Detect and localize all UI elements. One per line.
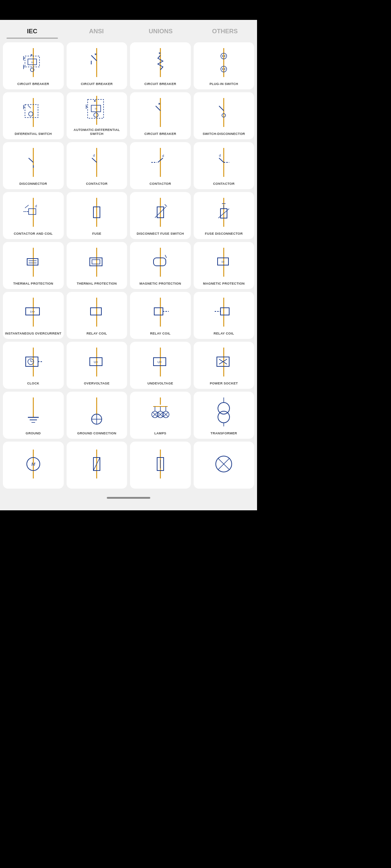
label-differential-switch: DIFERENTIAL SWITCH (14, 132, 52, 136)
card-auto-diff-switch[interactable]: I> AUTOMATIC-DIFFERENTIAL SWITCH (67, 92, 127, 139)
card-contactor-3[interactable]: d CONTACTOR (194, 142, 255, 189)
card-power-socket[interactable]: POWER SOCKET (194, 342, 255, 389)
label-contactor-coil: CONTACTOR AND COIL (14, 232, 53, 236)
icon-disconnector (4, 145, 62, 180)
tab-ansi[interactable]: ANSI (64, 24, 129, 39)
card-circuit-breaker-4[interactable]: CIRCUIT BREAKER (130, 92, 191, 139)
tab-iec[interactable]: IEC (0, 24, 64, 39)
tab-bar: IEC ANSI UNIONS OTHERS (0, 20, 257, 39)
icon-disconnect-fuse-switch (131, 195, 189, 230)
label-thermal-protection-1: THERMAL PROTECTION (13, 282, 53, 286)
svg-line-60 (219, 158, 224, 162)
svg-text:d: d (219, 154, 221, 157)
card-fuse-bottom[interactable] (130, 442, 191, 489)
icon-varistor (68, 444, 126, 484)
card-plugin-switch[interactable]: PLUG-IN SWITCH (194, 42, 255, 89)
icon-magnetic-protection-2: I> (195, 245, 253, 280)
icon-thermal-protection-1 (4, 245, 62, 280)
label-overvoltage: OVERVOLTAGE (84, 382, 110, 386)
svg-text:d: d (35, 204, 37, 208)
label-lamps: LAMPS (154, 431, 166, 436)
svg-rect-27 (25, 105, 38, 118)
card-clock[interactable]: CLOCK (3, 342, 64, 389)
card-contactor-2[interactable]: d CONTACTOR (130, 142, 191, 189)
card-circuit-breaker-3[interactable]: CIRCUIT BREAKER (130, 42, 191, 89)
svg-text:I>: I> (222, 260, 224, 264)
icon-lamp-x (195, 444, 253, 484)
icon-circuit-breaker-1: I> (4, 45, 62, 80)
card-differential-switch[interactable]: DIFERENTIAL SWITCH (3, 92, 64, 139)
label-relay-coil-2: RELAY COIL (150, 332, 171, 336)
card-relay-coil-2[interactable]: RELAY COIL (130, 292, 191, 339)
main-content: IEC ANSI UNIONS OTHERS I> (0, 20, 257, 510)
svg-line-66 (25, 205, 29, 208)
label-transformer: TRANSFORMER (211, 431, 237, 436)
card-relay-coil-3[interactable]: RELAY COIL (194, 292, 255, 339)
card-varistor[interactable] (67, 442, 127, 489)
card-disconnect-fuse-switch[interactable]: DISCONNECT FUSE SWITCH (130, 192, 191, 239)
icon-plugin-switch (195, 45, 253, 80)
svg-point-38 (94, 113, 98, 117)
svg-rect-79 (27, 259, 38, 265)
label-relay-coil-3: RELAY COIL (214, 332, 234, 336)
svg-rect-95 (91, 308, 101, 315)
card-transformer[interactable]: TRANSFORMER (194, 392, 255, 439)
label-disconnect-fuse-switch: DISCONNECT FUSE SWITCH (136, 232, 184, 236)
label-magnetic-protection-2: MAGNETIC PROTECTION (203, 282, 245, 286)
svg-text:d: d (93, 154, 95, 157)
card-undevoltage[interactable]: U< UNDEVOLTAGE (130, 342, 191, 389)
svg-text:d: d (162, 154, 164, 158)
card-circuit-breaker-2[interactable]: CIRCUIT BREAKER (67, 42, 127, 89)
card-ground[interactable]: GROUND (3, 392, 64, 439)
card-contactor-1[interactable]: d CONTACTOR (67, 142, 127, 189)
card-fuse-disconnector[interactable]: FUSE DISCONNECTOR (194, 192, 255, 239)
icon-ground (4, 395, 62, 429)
label-circuit-breaker-3: CIRCUIT BREAKER (144, 82, 176, 86)
card-contactor-coil[interactable]: d CONTACTOR AND COIL (3, 192, 64, 239)
icon-contactor-1: d (68, 145, 126, 180)
icon-clock (4, 345, 62, 379)
svg-line-31 (28, 105, 31, 108)
card-lamps[interactable]: LAMPS (130, 392, 191, 439)
svg-rect-64 (29, 209, 36, 214)
icon-fuse-bottom (131, 444, 189, 484)
label-contactor-1: CONTACTOR (86, 182, 108, 186)
label-contactor-2: CONTACTOR (150, 182, 171, 186)
card-fuse[interactable]: FUSE (67, 192, 127, 239)
icon-relay-coil-3 (195, 295, 253, 329)
svg-line-72 (165, 204, 167, 207)
label-ground: GROUND (26, 431, 41, 436)
label-thermal-protection-2: THERMAL PROTECTION (77, 282, 117, 286)
card-lamp-x[interactable] (194, 442, 255, 489)
label-undevoltage: UNDEVOLTAGE (147, 382, 173, 386)
tab-unions[interactable]: UNIONS (129, 24, 193, 39)
card-thermal-protection-2[interactable]: THERMAL PROTECTION (67, 242, 127, 289)
card-magnetic-protection-1[interactable]: MAGNETIC PROTECTION (130, 242, 191, 289)
svg-line-87 (165, 255, 167, 258)
svg-text:M: M (31, 461, 35, 467)
label-auto-diff-switch: AUTOMATIC-DIFFERENTIAL SWITCH (68, 128, 126, 136)
card-ground-connection[interactable]: GROUND CONNECTION (67, 392, 127, 439)
icon-fuse-disconnector (195, 195, 253, 230)
svg-text:I>: I> (31, 61, 33, 64)
svg-text:U>: U> (94, 360, 98, 364)
tab-others[interactable]: OTHERS (193, 24, 257, 39)
card-overvoltage[interactable]: U> OVERVOLTAGE (67, 342, 127, 389)
card-relay-coil-1[interactable]: RELAY COIL (67, 292, 127, 339)
card-switch-disconnector[interactable]: SWITCH-DISCONNECTOR (194, 92, 255, 139)
icon-circuit-breaker-3 (131, 45, 189, 80)
icon-instantaneous-overcurrent: I>> (4, 295, 62, 329)
icon-lamps (131, 395, 189, 429)
card-thermal-protection-1[interactable]: THERMAL PROTECTION (3, 242, 64, 289)
icon-contactor-coil: d (4, 195, 62, 230)
card-instantaneous-overcurrent[interactable]: I>> INSTANTANEOUS OVERCURRENT (3, 292, 64, 339)
label-ground-connection: GROUND CONNECTION (77, 431, 116, 436)
card-disconnector[interactable]: DISCONNECTOR (3, 142, 64, 189)
svg-point-141 (218, 411, 230, 423)
card-motor[interactable]: M (3, 442, 64, 489)
label-fuse-disconnector: FUSE DISCONNECTOR (205, 232, 243, 236)
card-magnetic-protection-2[interactable]: I> MAGNETIC PROTECTION (194, 242, 255, 289)
label-disconnector: DISCONNECTOR (20, 182, 47, 186)
icon-undevoltage: U< (131, 345, 189, 379)
card-circuit-breaker-1[interactable]: I> CIRCUIT BREAKER (3, 42, 64, 89)
